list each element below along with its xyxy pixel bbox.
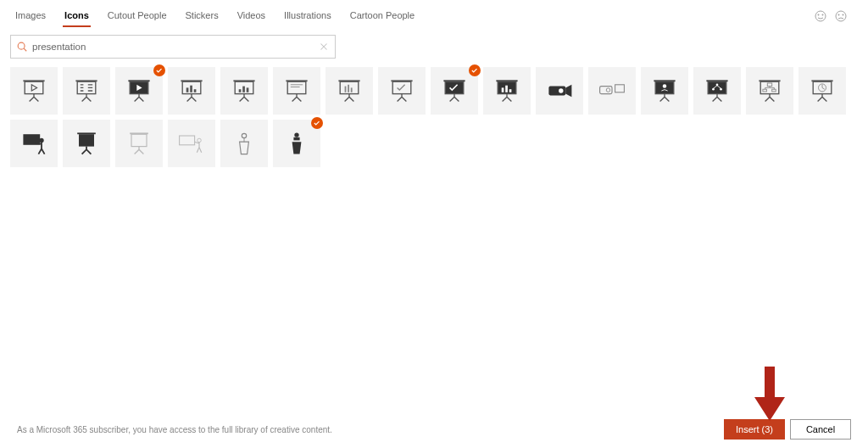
tab-videos[interactable]: Videos — [236, 7, 267, 25]
icon-presentation-list[interactable] — [63, 67, 110, 115]
svg-rect-56 — [772, 89, 776, 92]
svg-point-46 — [663, 84, 667, 88]
svg-rect-22 — [247, 87, 249, 92]
tab-images[interactable]: Images — [14, 7, 47, 25]
icon-presentation-people[interactable] — [641, 67, 688, 115]
svg-point-4 — [838, 14, 839, 15]
svg-point-5 — [843, 14, 843, 15]
tab-illustrations[interactable]: Illustrations — [282, 7, 333, 25]
svg-rect-17 — [194, 89, 197, 92]
svg-rect-15 — [186, 87, 189, 92]
icon-presentation-play-dark[interactable] — [115, 67, 163, 115]
svg-rect-48 — [708, 81, 726, 93]
attention-arrow-icon — [754, 367, 785, 421]
svg-rect-38 — [509, 89, 512, 92]
icon-whiteboard[interactable] — [63, 120, 110, 167]
icon-presentation-check-dark[interactable] — [431, 67, 478, 115]
icon-podium[interactable] — [220, 120, 268, 167]
svg-point-68 — [242, 133, 246, 137]
icon-presentation-check[interactable] — [378, 67, 426, 115]
icon-podium-speaker[interactable] — [273, 120, 320, 167]
svg-point-1 — [818, 14, 819, 15]
icon-presentation-play[interactable] — [10, 67, 58, 115]
search-box[interactable] — [10, 35, 336, 59]
icon-presenter-board[interactable] — [10, 120, 58, 167]
svg-point-0 — [815, 11, 826, 21]
icon-whiteboard-light[interactable] — [115, 120, 163, 167]
svg-rect-20 — [239, 89, 242, 92]
svg-rect-63 — [79, 134, 94, 146]
svg-point-2 — [822, 14, 823, 15]
svg-rect-43 — [615, 85, 625, 92]
icon-presentation-org[interactable] — [746, 67, 793, 115]
tab-cutout-people[interactable]: Cutout People — [106, 7, 169, 25]
icon-presentation-bars[interactable] — [168, 67, 215, 115]
icon-presentation-bars-dark[interactable] — [483, 67, 531, 115]
svg-rect-21 — [242, 87, 245, 92]
tab-cartoon-people[interactable]: Cartoon People — [348, 7, 416, 25]
svg-point-69 — [294, 132, 298, 137]
svg-rect-24 — [287, 81, 306, 93]
search-row — [0, 26, 868, 64]
svg-rect-37 — [505, 86, 508, 92]
icon-presentation-tree[interactable] — [693, 67, 741, 115]
icon-presentation-blank[interactable] — [273, 67, 320, 115]
svg-rect-10 — [77, 81, 96, 93]
svg-rect-16 — [190, 86, 192, 92]
feedback-happy-icon[interactable] — [814, 9, 827, 23]
svg-point-40 — [559, 88, 563, 92]
svg-rect-55 — [763, 89, 767, 92]
svg-rect-62 — [77, 132, 96, 134]
icon-presentation-bars2[interactable] — [220, 67, 268, 115]
svg-point-42 — [606, 88, 610, 92]
svg-point-67 — [198, 138, 202, 143]
category-tabs: Images Icons Cutout People Stickers Vide… — [0, 0, 868, 26]
tab-icons[interactable]: Icons — [63, 7, 91, 25]
subscriber-note: As a Microsoft 365 subscriber, you have … — [17, 425, 332, 434]
icon-presentation-bars3[interactable] — [326, 67, 373, 115]
svg-rect-27 — [345, 87, 347, 92]
icon-projector-screen[interactable] — [588, 67, 636, 115]
search-input[interactable] — [32, 42, 314, 52]
svg-rect-8 — [25, 81, 43, 93]
svg-rect-36 — [502, 87, 504, 92]
insert-button[interactable]: Insert (3) — [724, 419, 785, 440]
search-icon — [16, 41, 28, 53]
clear-icon[interactable] — [318, 41, 330, 53]
svg-rect-65 — [131, 134, 147, 146]
svg-rect-54 — [767, 83, 771, 87]
svg-point-6 — [18, 42, 25, 49]
svg-rect-28 — [348, 85, 349, 92]
icon-projector[interactable] — [536, 67, 583, 115]
svg-point-3 — [836, 11, 846, 21]
feedback-sad-icon[interactable] — [834, 9, 848, 23]
results-grid — [0, 64, 868, 171]
tab-stickers[interactable]: Stickers — [184, 7, 220, 25]
icon-presentation-clock[interactable] — [798, 67, 846, 115]
footer: As a Microsoft 365 subscriber, you have … — [0, 419, 868, 440]
svg-rect-66 — [180, 136, 195, 145]
cancel-button[interactable]: Cancel — [790, 419, 851, 440]
icon-presenter-point[interactable] — [168, 120, 215, 167]
svg-point-61 — [39, 138, 43, 143]
svg-rect-29 — [351, 87, 353, 92]
